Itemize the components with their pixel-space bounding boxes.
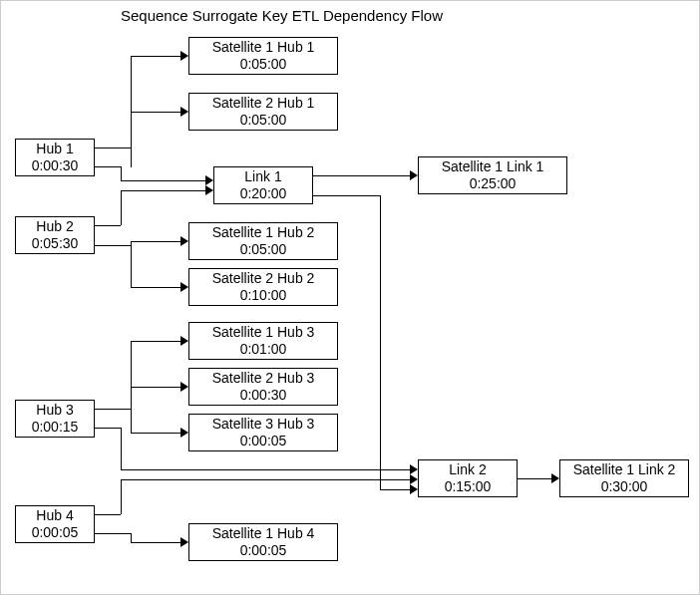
connector xyxy=(313,195,380,196)
arrow-icon xyxy=(180,107,188,117)
node-time: 0:00:05 xyxy=(240,542,287,559)
node-time: 0:00:05 xyxy=(32,524,79,541)
node-label: Satellite 2 Hub 3 xyxy=(212,370,315,387)
node-sat1link2: Satellite 1 Link 2 0:30:00 xyxy=(559,459,689,497)
connector xyxy=(95,428,121,429)
connector xyxy=(95,409,131,410)
arrow-icon xyxy=(205,175,213,185)
connector xyxy=(131,241,132,287)
node-hub2: Hub 2 0:05:30 xyxy=(15,216,95,254)
connector xyxy=(121,479,410,480)
node-sat2hub2: Satellite 2 Hub 2 0:10:00 xyxy=(188,268,338,306)
arrow-icon xyxy=(180,336,188,346)
node-time: 0:00:15 xyxy=(32,419,79,436)
node-sat2hub1: Satellite 2 Hub 1 0:05:00 xyxy=(188,93,338,131)
connector xyxy=(121,479,122,514)
arrow-icon xyxy=(410,474,418,484)
connector xyxy=(121,428,122,469)
node-time: 0:05:00 xyxy=(240,241,287,258)
node-time: 0:15:00 xyxy=(445,478,492,495)
node-sat1hub2: Satellite 1 Hub 2 0:05:00 xyxy=(188,222,338,260)
connector xyxy=(95,245,131,246)
arrow-icon xyxy=(551,473,559,483)
connector xyxy=(131,112,180,113)
node-label: Link 1 xyxy=(244,168,281,185)
connector xyxy=(95,148,131,149)
node-sat1hub4: Satellite 1 Hub 4 0:00:05 xyxy=(188,523,338,561)
node-link2: Link 2 0:15:00 xyxy=(418,459,518,497)
connector xyxy=(518,478,551,479)
node-label: Satellite 2 Hub 2 xyxy=(212,270,315,287)
connector xyxy=(131,241,180,242)
node-label: Satellite 1 Hub 1 xyxy=(212,39,315,56)
connector xyxy=(131,56,180,57)
node-label: Satellite 3 Hub 3 xyxy=(212,416,315,433)
node-time: 0:00:05 xyxy=(240,433,287,449)
connector xyxy=(121,190,122,225)
node-time: 0:00:30 xyxy=(240,387,287,404)
connector xyxy=(131,387,180,388)
node-time: 0:25:00 xyxy=(470,175,517,192)
node-time: 0:00:30 xyxy=(32,157,79,174)
node-sat1hub3: Satellite 1 Hub 3 0:01:00 xyxy=(188,322,338,360)
arrow-icon xyxy=(410,464,418,474)
node-link1: Link 1 0:20:00 xyxy=(213,166,313,204)
connector xyxy=(121,180,205,181)
node-hub3: Hub 3 0:00:15 xyxy=(15,400,95,438)
connector xyxy=(313,175,410,176)
node-hub4: Hub 4 0:00:05 xyxy=(15,505,95,543)
node-label: Link 2 xyxy=(449,461,486,478)
arrow-icon xyxy=(180,537,188,547)
connector xyxy=(380,489,410,490)
diagram-title: Sequence Surrogate Key ETL Dependency Fl… xyxy=(121,7,443,24)
connector xyxy=(121,190,205,191)
connector xyxy=(121,469,410,470)
node-sat1link1: Satellite 1 Link 1 0:25:00 xyxy=(418,156,567,194)
node-label: Satellite 2 Hub 1 xyxy=(212,95,315,112)
arrow-icon xyxy=(180,51,188,61)
node-sat1hub1: Satellite 1 Hub 1 0:05:00 xyxy=(188,37,338,75)
arrow-icon xyxy=(180,236,188,246)
node-time: 0:01:00 xyxy=(240,341,287,358)
connector xyxy=(380,195,381,489)
node-label: Hub 1 xyxy=(36,141,73,157)
node-time: 0:05:00 xyxy=(240,112,287,129)
connector xyxy=(95,533,131,534)
arrow-icon xyxy=(180,382,188,392)
node-label: Satellite 1 Hub 2 xyxy=(212,224,315,241)
connector xyxy=(131,533,132,542)
arrow-icon xyxy=(180,428,188,438)
connector xyxy=(95,514,121,515)
node-time: 0:10:00 xyxy=(240,287,287,304)
connector xyxy=(95,225,121,226)
arrow-icon xyxy=(205,185,213,195)
arrow-icon xyxy=(410,484,418,494)
node-label: Hub 4 xyxy=(36,507,73,524)
connector xyxy=(131,433,180,434)
node-time: 0:05:00 xyxy=(240,56,287,73)
node-hub1: Hub 1 0:00:30 xyxy=(15,139,95,176)
node-label: Hub 2 xyxy=(36,218,73,235)
arrow-icon xyxy=(180,282,188,292)
connector xyxy=(95,166,121,167)
connector xyxy=(131,542,180,543)
connector xyxy=(131,341,180,342)
connector xyxy=(131,287,180,288)
node-time: 0:30:00 xyxy=(601,478,648,495)
node-sat3hub3: Satellite 3 Hub 3 0:00:05 xyxy=(188,414,338,451)
node-label: Satellite 1 Link 2 xyxy=(573,461,676,478)
node-time: 0:20:00 xyxy=(240,185,287,202)
diagram-canvas: { "title": "Sequence Surrogate Key ETL D… xyxy=(0,0,700,595)
node-label: Satellite 1 Link 1 xyxy=(442,158,544,175)
node-label: Satellite 1 Hub 4 xyxy=(212,525,315,542)
node-label: Hub 3 xyxy=(36,402,73,419)
connector xyxy=(121,166,122,180)
arrow-icon xyxy=(410,170,418,180)
node-time: 0:05:30 xyxy=(32,235,79,252)
node-label: Satellite 1 Hub 3 xyxy=(212,324,315,341)
node-sat2hub3: Satellite 2 Hub 3 0:00:30 xyxy=(188,368,338,406)
